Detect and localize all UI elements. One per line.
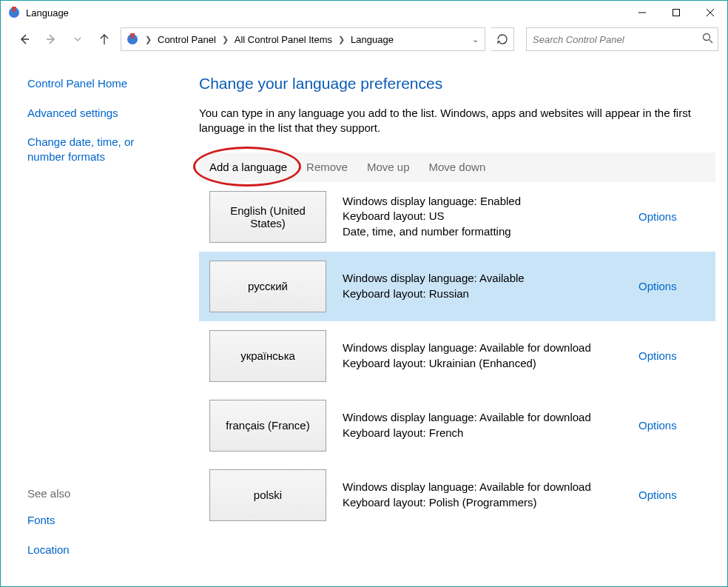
recent-dropdown[interactable] [67, 29, 88, 50]
language-tile[interactable]: русский [209, 261, 326, 312]
sidebar-home-link[interactable]: Control Panel Home [27, 76, 169, 91]
language-info-line: Windows display language: Enabled [343, 194, 638, 209]
remove-button[interactable]: Remove [306, 161, 348, 173]
breadcrumb-icon [126, 33, 139, 46]
window-title: Language [26, 7, 69, 19]
language-info: Windows display language: Available for … [326, 480, 638, 510]
language-info: Windows display language: AvailableKeybo… [326, 271, 638, 301]
options-link[interactable]: Options [638, 210, 677, 223]
sidebar: Control Panel Home Advanced settings Cha… [1, 54, 184, 586]
language-info-line: Windows display language: Available for … [343, 480, 638, 494]
language-row[interactable]: polskiWindows display language: Availabl… [199, 460, 715, 530]
sidebar-link-location[interactable]: Location [27, 543, 169, 557]
refresh-button[interactable] [491, 27, 514, 51]
language-info: Windows display language: Available for … [326, 341, 638, 371]
body: Control Panel Home Advanced settings Cha… [1, 54, 727, 586]
chevron-down-icon[interactable]: ⌄ [469, 35, 482, 44]
sidebar-link-datetime[interactable]: Change date, time, or number formats [27, 135, 169, 164]
language-tile[interactable]: English (United States) [209, 191, 326, 243]
language-info-line: Keyboard layout: French [343, 426, 638, 440]
breadcrumb-item[interactable]: Control Panel [156, 33, 218, 47]
language-options: Options [638, 419, 705, 432]
up-button[interactable] [94, 29, 115, 50]
language-list: English (United States)Windows display l… [199, 182, 715, 530]
language-row[interactable]: русскийWindows display language: Availab… [199, 252, 715, 321]
see-also-label: See also [27, 487, 169, 500]
svg-line-14 [710, 40, 712, 43]
language-row[interactable]: українськаWindows display language: Avai… [199, 321, 715, 391]
toolbar: Add a language Remove Move up Move down [199, 152, 715, 182]
breadcrumb[interactable]: ❯ Control Panel ❯ All Control Panel Item… [121, 27, 485, 51]
window-controls [625, 1, 727, 24]
language-info-line: Keyboard layout: Polish (Programmers) [343, 495, 638, 510]
language-info: Windows display language: Available for … [326, 410, 638, 440]
search-icon[interactable] [702, 33, 713, 46]
language-row[interactable]: English (United States)Windows display l… [199, 182, 715, 252]
content: Change your language preferences You can… [184, 54, 727, 586]
svg-point-13 [704, 34, 710, 41]
language-options: Options [638, 349, 705, 362]
language-options: Options [638, 280, 705, 292]
app-icon [7, 5, 21, 20]
titlebar: Language [1, 1, 727, 24]
svg-rect-2 [12, 7, 16, 8]
language-options: Options [638, 210, 705, 223]
forward-button[interactable] [41, 29, 61, 50]
page-title: Change your language preferences [199, 75, 715, 93]
language-info-line: Keyboard layout: US [343, 209, 638, 224]
add-language-button[interactable]: Add a language [209, 161, 287, 173]
minimize-button[interactable] [625, 1, 659, 24]
chevron-right-icon[interactable]: ❯ [218, 35, 233, 44]
language-tile[interactable]: français (France) [209, 400, 326, 452]
sidebar-link-advanced[interactable]: Advanced settings [27, 106, 169, 121]
options-link[interactable]: Options [638, 349, 677, 362]
chevron-right-icon[interactable]: ❯ [141, 35, 156, 44]
search-box[interactable] [526, 27, 718, 51]
move-up-button[interactable]: Move up [367, 161, 410, 173]
page-description: You can type in any language you add to … [199, 106, 702, 136]
search-input[interactable] [531, 33, 702, 46]
language-row[interactable]: français (France)Windows display languag… [199, 391, 715, 460]
language-tile[interactable]: polski [209, 469, 326, 521]
back-button[interactable] [14, 29, 35, 50]
language-info-line: Keyboard layout: Ukrainian (Enhanced) [343, 356, 638, 371]
window: Language ❯ Control Panel ❯ All Control P… [0, 0, 728, 587]
navbar: ❯ Control Panel ❯ All Control Panel Item… [1, 24, 727, 54]
svg-rect-12 [130, 33, 135, 35]
breadcrumb-item[interactable]: Language [349, 33, 395, 47]
language-options: Options [638, 489, 705, 501]
breadcrumb-item[interactable]: All Control Panel Items [233, 33, 334, 47]
chevron-right-icon[interactable]: ❯ [334, 35, 349, 44]
maximize-button[interactable] [659, 1, 693, 24]
language-tile[interactable]: українська [209, 330, 326, 382]
language-info-line: Windows display language: Available [343, 271, 638, 286]
options-link[interactable]: Options [638, 280, 677, 292]
options-link[interactable]: Options [638, 489, 677, 501]
language-info: Windows display language: EnabledKeyboar… [326, 194, 638, 239]
language-info-line: Keyboard layout: Russian [343, 286, 638, 301]
language-info-line: Windows display language: Available for … [343, 341, 638, 355]
svg-rect-4 [673, 10, 680, 16]
close-button[interactable] [693, 1, 727, 24]
language-info-line: Windows display language: Available for … [343, 410, 638, 425]
sidebar-link-fonts[interactable]: Fonts [27, 513, 169, 528]
options-link[interactable]: Options [638, 419, 677, 432]
move-down-button[interactable]: Move down [429, 161, 486, 173]
language-info-line: Date, time, and number formatting [343, 224, 638, 239]
